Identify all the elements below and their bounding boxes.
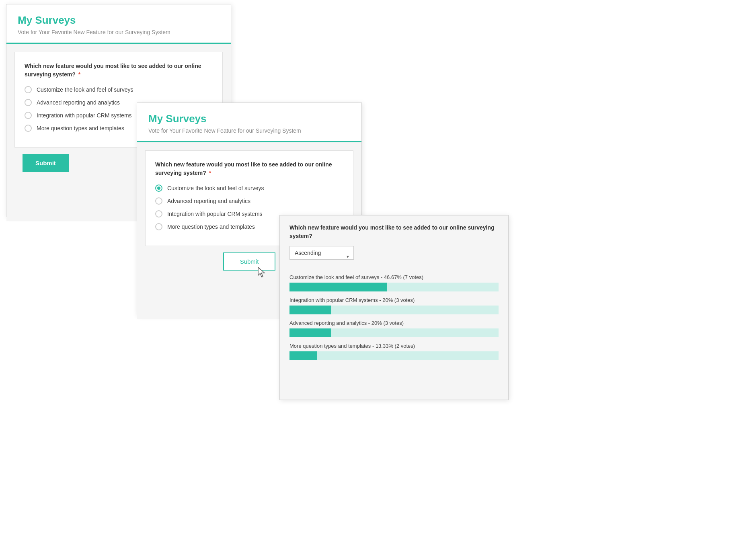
result-fill-2 [289, 306, 331, 314]
result-label-4: More question types and templates - 13.3… [289, 343, 499, 349]
result-bar-2 [289, 306, 499, 314]
result-item-4: More question types and templates - 13.3… [289, 343, 499, 360]
panel2-question-text: Which new feature would you most like to… [155, 160, 343, 177]
panel1-radio-3[interactable] [25, 112, 32, 119]
panel1-radio-1[interactable] [25, 86, 32, 93]
panel2-label-3: Integration with popular CRM systems [167, 211, 263, 217]
panel2-submit-button[interactable]: Submit [223, 252, 276, 271]
panel1-subtitle: Vote for Your Favorite New Feature for o… [18, 29, 220, 35]
result-fill-3 [289, 328, 331, 337]
result-item-3: Advanced reporting and analytics - 20% (… [289, 320, 499, 337]
panel2-option-1[interactable]: Customize the look and feel of surveys [155, 185, 343, 192]
panel1-label-3: Integration with popular CRM systems [37, 112, 132, 119]
panel2-label-2: Advanced reporting and analytics [167, 198, 250, 204]
svg-marker-0 [258, 267, 265, 277]
panel1-label-2: Advanced reporting and analytics [37, 99, 120, 106]
result-bar-3 [289, 328, 499, 337]
panel1-question-text: Which new feature would you most like to… [25, 62, 213, 79]
panel2-radio-2[interactable] [155, 197, 162, 205]
result-label-2: Integration with popular CRM systems - 2… [289, 297, 499, 303]
result-label-1: Customize the look and feel of surveys -… [289, 274, 499, 280]
panel2-radio-3[interactable] [155, 210, 162, 217]
panel2-title: My Surveys [148, 113, 350, 125]
panel2-header: My Surveys Vote for Your Favorite New Fe… [137, 103, 361, 142]
sort-select[interactable]: Ascending Descending [289, 246, 354, 260]
result-label-3: Advanced reporting and analytics - 20% (… [289, 320, 499, 326]
result-item-1: Customize the look and feel of surveys -… [289, 274, 499, 291]
panel2-radio-1[interactable] [155, 185, 162, 192]
panel2-required: * [207, 170, 211, 176]
panel1-header: My Surveys Vote for Your Favorite New Fe… [6, 4, 231, 44]
panel1-label-1: Customize the look and feel of surveys [37, 86, 133, 93]
panel1-submit-button[interactable]: Submit [23, 154, 69, 172]
result-item-2: Integration with popular CRM systems - 2… [289, 297, 499, 314]
analytics-panel: Which new feature would you most like to… [279, 215, 509, 400]
panel1-radio-2[interactable] [25, 99, 32, 106]
result-fill-4 [289, 351, 317, 360]
panel1-title: My Surveys [18, 14, 220, 27]
panel2-option-2[interactable]: Advanced reporting and analytics [155, 197, 343, 205]
panel2-radio-4[interactable] [155, 223, 162, 230]
panel1-option-1[interactable]: Customize the look and feel of surveys [25, 86, 213, 93]
result-bar-1 [289, 283, 499, 291]
panel2-label-1: Customize the look and feel of surveys [167, 185, 264, 191]
analytics-question: Which new feature would you most like to… [289, 224, 499, 240]
analytics-body: Which new feature would you most like to… [280, 215, 508, 400]
panel1-radio-4[interactable] [25, 125, 32, 132]
panel1-label-4: More question types and templates [37, 125, 124, 131]
panel2-subtitle: Vote for Your Favorite New Feature for o… [148, 127, 350, 134]
panel1-required: * [77, 71, 80, 78]
result-bar-4 [289, 351, 499, 360]
result-fill-1 [289, 283, 387, 291]
panel2-label-4: More question types and templates [167, 224, 255, 230]
sort-select-wrapper[interactable]: Ascending Descending [289, 246, 354, 267]
cursor-icon [257, 267, 266, 278]
